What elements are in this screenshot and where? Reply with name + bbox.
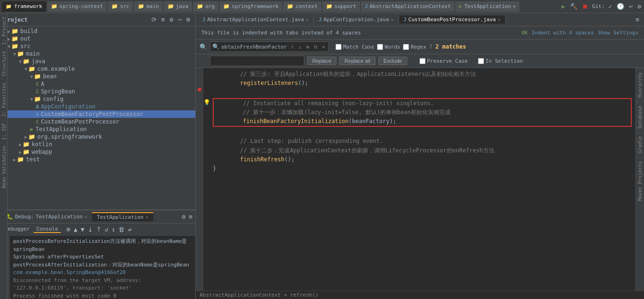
structure-side-label[interactable]: Structure bbox=[0, 48, 7, 79]
nav-tab-abstractappcontext[interactable]: J AbstractApplicationContext bbox=[361, 1, 454, 12]
close-icon[interactable]: ✕ bbox=[306, 17, 309, 22]
scroll-down-icon[interactable]: ▼ bbox=[80, 225, 85, 234]
tree-item-build[interactable]: ▶ 📁 build bbox=[0, 27, 195, 35]
search-settings-icon[interactable]: ⊕ bbox=[305, 43, 311, 50]
run-icon[interactable]: ▶ bbox=[560, 2, 566, 11]
editor-tab-abstractappcontext[interactable]: J AbstractApplicationContext.java ✕ bbox=[198, 16, 314, 24]
nav-tab-main[interactable]: 📁 main bbox=[134, 1, 163, 12]
code-content[interactable]: // 第三步: 开启Application相关的监听，ApplicationLi… bbox=[209, 68, 636, 291]
tree-item-java[interactable]: ▼ 📁 java bbox=[0, 58, 195, 65]
tree-item-kotlin[interactable]: ▶ 📁 kotlin bbox=[0, 141, 195, 148]
tree-item-config[interactable]: ▼ 📁 config bbox=[0, 95, 195, 103]
nav-tab-src[interactable]: 📁 src bbox=[108, 1, 133, 12]
tree-item-springbean[interactable]: C SpringBean bbox=[0, 88, 195, 95]
sidebar-settings-icon[interactable]: ⊞ bbox=[185, 16, 192, 24]
more-icon[interactable]: ⋯ bbox=[176, 16, 183, 24]
stop-icon[interactable]: ⏹ bbox=[581, 2, 589, 11]
expand-icon[interactable]: ↕ bbox=[111, 225, 117, 234]
nav-tab-testapplication[interactable]: ▶ TestApplication ▼ bbox=[455, 1, 519, 12]
refresh-icon[interactable]: ↺ bbox=[104, 225, 109, 234]
regex-option[interactable]: Regex bbox=[403, 44, 426, 50]
close-icon[interactable]: ✕ bbox=[145, 215, 148, 220]
tree-item-appconfiguration[interactable]: A AppConfiguration bbox=[0, 103, 195, 110]
match-case-checkbox[interactable] bbox=[335, 44, 342, 50]
tree-item-main[interactable]: ▼ 📁 main bbox=[0, 50, 195, 58]
tree-item-custombeanfactory[interactable]: A CustomBeanFactoryPostProcessor bbox=[0, 110, 195, 118]
hierarchy-panel-tab[interactable]: Hierarchy bbox=[636, 68, 644, 101]
nav-tab-org[interactable]: 📁 org bbox=[193, 1, 218, 12]
prev-match-icon[interactable]: ↓ bbox=[297, 43, 303, 50]
editor-tab-custombeanpost[interactable]: J CustomBeanPostProcessor.java ✕ bbox=[399, 16, 506, 24]
favorites-side-label[interactable]: 2: Favorites bbox=[0, 79, 7, 119]
bean-validation-side-label[interactable]: Bean Validation bbox=[0, 143, 7, 191]
next-match-icon[interactable]: ↑ bbox=[289, 43, 295, 50]
close-icon[interactable]: ✕ bbox=[84, 214, 87, 219]
git-icon[interactable]: ✓ bbox=[608, 2, 613, 11]
tree-item-src[interactable]: ▼ 📁 src bbox=[0, 42, 195, 50]
wrap-icon[interactable]: ⇌ bbox=[127, 225, 133, 234]
scroll-up-icon[interactable]: ▲ bbox=[73, 225, 78, 234]
indent-with-spaces-button[interactable]: Indent with 4 spaces bbox=[531, 30, 594, 36]
tree-item-custombeanpost[interactable]: C CustomBeanPostProcessor bbox=[0, 118, 195, 125]
scroll-start-icon[interactable]: ⤒ bbox=[95, 225, 102, 234]
words-option[interactable]: Words bbox=[377, 44, 400, 50]
in-selection-label-wrap[interactable]: In Selection bbox=[478, 58, 523, 64]
project-side-label[interactable]: 1: Project bbox=[0, 13, 7, 48]
debug-tab-2[interactable]: TestApplication ✕ bbox=[92, 212, 153, 221]
filter-icon[interactable]: ⊞ bbox=[66, 225, 71, 234]
scroll-end-icon[interactable]: ⤓ bbox=[87, 225, 94, 234]
nav-tab-framework[interactable]: 📁 framework bbox=[2, 1, 46, 12]
search-input[interactable] bbox=[221, 44, 287, 50]
close-icon[interactable]: ✕ bbox=[391, 17, 393, 22]
show-settings-button[interactable]: Show Settings bbox=[598, 30, 638, 36]
nav-tab-springframework[interactable]: 📁 springframework bbox=[219, 1, 282, 12]
gradle-panel-tab[interactable]: Gradle bbox=[636, 132, 644, 157]
clock-icon[interactable]: 🕐 bbox=[616, 2, 625, 11]
replace-all-button[interactable]: Replace all bbox=[339, 57, 375, 65]
tree-item-bean[interactable]: ▼ 📁 bean bbox=[0, 73, 195, 80]
more-icon[interactable]: ≡ bbox=[188, 212, 193, 221]
nav-tab-support[interactable]: 📁 support bbox=[322, 1, 360, 12]
clear-search-icon[interactable]: ✕ bbox=[321, 43, 327, 50]
close-icon[interactable]: ✕ bbox=[498, 17, 501, 22]
replace-input[interactable] bbox=[212, 58, 288, 64]
code-editor[interactable]: 💡 // 第三步: 开启Application相关的监听，Application… bbox=[196, 68, 644, 291]
tree-item-out[interactable]: ▶ 📁 out bbox=[0, 35, 195, 42]
database-panel-tab[interactable]: Database bbox=[636, 101, 644, 132]
help-icon[interactable]: ? bbox=[429, 43, 433, 50]
clear-icon[interactable]: 🗑 bbox=[117, 225, 125, 234]
tree-item-testapplication[interactable]: ▶ TestApplication bbox=[0, 125, 195, 133]
nav-tab-java[interactable]: 📁 java bbox=[164, 1, 192, 12]
regex-checkbox[interactable] bbox=[403, 44, 409, 50]
exclude-button[interactable]: Exclude bbox=[378, 57, 407, 65]
settings-icon[interactable]: ⚙ bbox=[181, 212, 186, 221]
debug-tab-1[interactable]: 🐛 Debug: TestApplication ✕ bbox=[2, 213, 92, 221]
words-checkbox[interactable] bbox=[377, 44, 383, 50]
nav-tab-spring-context[interactable]: 📁 spring-context bbox=[47, 1, 107, 12]
search-expand-icon[interactable]: 🔍 bbox=[200, 43, 207, 50]
tree-item-test[interactable]: ▶ 📁 test bbox=[0, 156, 195, 163]
preserve-case-checkbox[interactable] bbox=[419, 58, 426, 64]
preserve-case-option[interactable]: Preserve Case bbox=[419, 58, 468, 64]
match-case-option[interactable]: Match Case bbox=[335, 44, 374, 50]
tree-item-webapp[interactable]: ▶ 📁 webapp bbox=[0, 148, 195, 156]
gear-icon[interactable]: ⚙ bbox=[168, 16, 175, 24]
editor-tab-appconfiguration[interactable]: J AppConfiguration.java ✕ bbox=[314, 16, 399, 24]
replace-button[interactable]: Replace bbox=[307, 57, 336, 65]
nav-tab-context[interactable]: 📁 context bbox=[283, 1, 321, 12]
collapse-all-icon[interactable]: ≡ bbox=[160, 16, 167, 24]
tree-item-com-example[interactable]: ▼ 📁 com.example bbox=[0, 65, 195, 73]
filter-icon[interactable]: ⊟ bbox=[313, 43, 319, 50]
notification-ok-button[interactable]: OK bbox=[521, 30, 527, 36]
settings-icon[interactable]: ⚙ bbox=[636, 2, 642, 11]
tree-item-A[interactable]: C A bbox=[0, 80, 195, 88]
sync-icon[interactable]: ⟳ bbox=[150, 16, 158, 24]
undo-icon[interactable]: ↩ bbox=[628, 2, 634, 11]
recent-files-icon[interactable]: ≡ bbox=[635, 15, 640, 24]
in-selection-checkbox[interactable] bbox=[478, 58, 484, 64]
console-tab[interactable]: Console bbox=[33, 226, 61, 233]
maven-panel-tab[interactable]: Maven Projects bbox=[636, 157, 644, 205]
breakpoint-icon[interactable] bbox=[198, 88, 201, 91]
build-icon[interactable]: 🔨 bbox=[569, 2, 578, 11]
jsf-side-label[interactable]: 1: JSF bbox=[0, 120, 7, 143]
